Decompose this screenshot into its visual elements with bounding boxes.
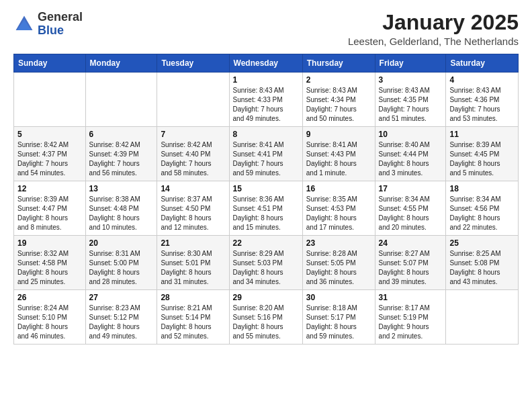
day-cell: 26Sunrise: 8:24 AMSunset: 5:10 PMDayligh… bbox=[14, 290, 86, 345]
header: General Blue January 2025 Leesten, Gelde… bbox=[13, 11, 519, 47]
day-number: 29 bbox=[233, 293, 299, 302]
day-cell bbox=[14, 73, 86, 127]
day-number: 21 bbox=[161, 238, 225, 248]
day-cell: 15Sunrise: 8:36 AMSunset: 4:51 PMDayligh… bbox=[229, 181, 302, 236]
day-cell: 9Sunrise: 8:41 AMSunset: 4:43 PMDaylight… bbox=[302, 127, 375, 181]
day-cell: 27Sunrise: 8:23 AMSunset: 5:12 PMDayligh… bbox=[85, 290, 157, 345]
day-number: 28 bbox=[161, 293, 225, 302]
day-number: 1 bbox=[233, 75, 299, 85]
day-info: Sunrise: 8:17 AMSunset: 5:19 PMDaylight:… bbox=[379, 304, 443, 341]
day-info: Sunrise: 8:39 AMSunset: 4:47 PMDaylight:… bbox=[17, 195, 82, 232]
day-cell: 5Sunrise: 8:42 AMSunset: 4:37 PMDaylight… bbox=[14, 127, 86, 181]
day-info: Sunrise: 8:28 AMSunset: 5:05 PMDaylight:… bbox=[306, 249, 371, 287]
day-cell: 4Sunrise: 8:43 AMSunset: 4:36 PMDaylight… bbox=[446, 73, 519, 127]
day-cell: 13Sunrise: 8:38 AMSunset: 4:48 PMDayligh… bbox=[85, 181, 157, 236]
day-number: 3 bbox=[379, 75, 443, 85]
day-number: 15 bbox=[233, 184, 299, 193]
day-info: Sunrise: 8:43 AMSunset: 4:33 PMDaylight:… bbox=[233, 86, 299, 124]
day-cell: 29Sunrise: 8:20 AMSunset: 5:16 PMDayligh… bbox=[229, 290, 302, 345]
day-cell: 23Sunrise: 8:28 AMSunset: 5:05 PMDayligh… bbox=[302, 236, 375, 290]
day-cell: 30Sunrise: 8:18 AMSunset: 5:17 PMDayligh… bbox=[302, 290, 375, 345]
day-info: Sunrise: 8:42 AMSunset: 4:39 PMDaylight:… bbox=[89, 140, 154, 178]
day-cell: 19Sunrise: 8:32 AMSunset: 4:58 PMDayligh… bbox=[14, 236, 86, 290]
day-number: 23 bbox=[306, 238, 371, 248]
day-info: Sunrise: 8:41 AMSunset: 4:43 PMDaylight:… bbox=[306, 140, 371, 178]
weekday-header-wednesday: Wednesday bbox=[229, 54, 302, 73]
day-cell: 14Sunrise: 8:37 AMSunset: 4:50 PMDayligh… bbox=[157, 181, 229, 236]
day-cell: 10Sunrise: 8:40 AMSunset: 4:44 PMDayligh… bbox=[375, 127, 446, 181]
logo-general: General bbox=[38, 11, 83, 24]
day-cell: 11Sunrise: 8:39 AMSunset: 4:45 PMDayligh… bbox=[446, 127, 519, 181]
day-info: Sunrise: 8:41 AMSunset: 4:41 PMDaylight:… bbox=[233, 140, 299, 178]
day-cell: 31Sunrise: 8:17 AMSunset: 5:19 PMDayligh… bbox=[375, 290, 446, 345]
day-number: 14 bbox=[161, 184, 225, 193]
day-cell: 18Sunrise: 8:34 AMSunset: 4:56 PMDayligh… bbox=[446, 181, 519, 236]
day-number: 22 bbox=[233, 238, 299, 248]
day-number: 4 bbox=[449, 75, 515, 85]
day-number: 6 bbox=[89, 130, 154, 139]
day-number: 12 bbox=[17, 184, 82, 193]
day-cell: 3Sunrise: 8:43 AMSunset: 4:35 PMDaylight… bbox=[375, 73, 446, 127]
location-title: Leesten, Gelderland, The Netherlands bbox=[348, 36, 519, 47]
day-info: Sunrise: 8:39 AMSunset: 4:45 PMDaylight:… bbox=[449, 140, 515, 178]
logo: General Blue bbox=[13, 11, 83, 38]
day-number: 13 bbox=[89, 184, 154, 193]
day-number: 9 bbox=[306, 130, 371, 139]
day-info: Sunrise: 8:37 AMSunset: 4:50 PMDaylight:… bbox=[161, 195, 225, 232]
week-row-1: 1Sunrise: 8:43 AMSunset: 4:33 PMDaylight… bbox=[14, 73, 519, 127]
weekday-header-friday: Friday bbox=[375, 54, 446, 73]
day-info: Sunrise: 8:34 AMSunset: 4:56 PMDaylight:… bbox=[449, 195, 515, 232]
weekday-header-monday: Monday bbox=[85, 54, 157, 73]
day-cell: 1Sunrise: 8:43 AMSunset: 4:33 PMDaylight… bbox=[229, 73, 302, 127]
day-info: Sunrise: 8:42 AMSunset: 4:37 PMDaylight:… bbox=[17, 140, 82, 178]
day-cell bbox=[85, 73, 157, 127]
day-info: Sunrise: 8:27 AMSunset: 5:07 PMDaylight:… bbox=[379, 249, 443, 287]
day-number: 11 bbox=[449, 130, 515, 139]
day-number: 27 bbox=[89, 293, 154, 302]
calendar: SundayMondayTuesdayWednesdayThursdayFrid… bbox=[13, 54, 519, 345]
day-info: Sunrise: 8:32 AMSunset: 4:58 PMDaylight:… bbox=[17, 249, 82, 287]
day-info: Sunrise: 8:34 AMSunset: 4:55 PMDaylight:… bbox=[379, 195, 443, 232]
day-info: Sunrise: 8:24 AMSunset: 5:10 PMDaylight:… bbox=[17, 304, 82, 341]
day-cell: 6Sunrise: 8:42 AMSunset: 4:39 PMDaylight… bbox=[85, 127, 157, 181]
day-cell bbox=[157, 73, 229, 127]
day-cell: 20Sunrise: 8:31 AMSunset: 5:00 PMDayligh… bbox=[85, 236, 157, 290]
page: General Blue January 2025 Leesten, Gelde… bbox=[0, 0, 532, 355]
day-info: Sunrise: 8:25 AMSunset: 5:08 PMDaylight:… bbox=[449, 249, 515, 287]
day-number: 31 bbox=[379, 293, 443, 302]
weekday-header-saturday: Saturday bbox=[446, 54, 519, 73]
day-cell: 16Sunrise: 8:35 AMSunset: 4:53 PMDayligh… bbox=[302, 181, 375, 236]
day-info: Sunrise: 8:20 AMSunset: 5:16 PMDaylight:… bbox=[233, 304, 299, 341]
day-info: Sunrise: 8:42 AMSunset: 4:40 PMDaylight:… bbox=[161, 140, 225, 178]
day-info: Sunrise: 8:21 AMSunset: 5:14 PMDaylight:… bbox=[161, 304, 225, 341]
day-cell: 21Sunrise: 8:30 AMSunset: 5:01 PMDayligh… bbox=[157, 236, 229, 290]
day-cell bbox=[446, 290, 519, 345]
week-row-5: 26Sunrise: 8:24 AMSunset: 5:10 PMDayligh… bbox=[14, 290, 519, 345]
day-cell: 25Sunrise: 8:25 AMSunset: 5:08 PMDayligh… bbox=[446, 236, 519, 290]
day-number: 5 bbox=[17, 130, 82, 139]
day-cell: 12Sunrise: 8:39 AMSunset: 4:47 PMDayligh… bbox=[14, 181, 86, 236]
day-number: 26 bbox=[17, 293, 82, 302]
day-number: 24 bbox=[379, 238, 443, 248]
day-info: Sunrise: 8:38 AMSunset: 4:48 PMDaylight:… bbox=[89, 195, 154, 232]
day-number: 16 bbox=[306, 184, 371, 193]
day-number: 20 bbox=[89, 238, 154, 248]
day-info: Sunrise: 8:43 AMSunset: 4:34 PMDaylight:… bbox=[306, 86, 371, 124]
day-cell: 24Sunrise: 8:27 AMSunset: 5:07 PMDayligh… bbox=[375, 236, 446, 290]
day-number: 25 bbox=[449, 238, 515, 248]
day-info: Sunrise: 8:31 AMSunset: 5:00 PMDaylight:… bbox=[89, 249, 154, 287]
day-number: 19 bbox=[17, 238, 82, 248]
day-info: Sunrise: 8:43 AMSunset: 4:36 PMDaylight:… bbox=[449, 86, 515, 124]
weekday-header-thursday: Thursday bbox=[302, 54, 375, 73]
day-info: Sunrise: 8:29 AMSunset: 5:03 PMDaylight:… bbox=[233, 249, 299, 287]
week-row-3: 12Sunrise: 8:39 AMSunset: 4:47 PMDayligh… bbox=[14, 181, 519, 236]
logo-blue: Blue bbox=[38, 24, 83, 38]
logo-text: General Blue bbox=[38, 11, 83, 38]
day-number: 18 bbox=[449, 184, 515, 193]
day-number: 17 bbox=[379, 184, 443, 193]
day-cell: 8Sunrise: 8:41 AMSunset: 4:41 PMDaylight… bbox=[229, 127, 302, 181]
week-row-2: 5Sunrise: 8:42 AMSunset: 4:37 PMDaylight… bbox=[14, 127, 519, 181]
day-info: Sunrise: 8:36 AMSunset: 4:51 PMDaylight:… bbox=[233, 195, 299, 232]
weekday-header-sunday: Sunday bbox=[14, 54, 86, 73]
day-number: 30 bbox=[306, 293, 371, 302]
